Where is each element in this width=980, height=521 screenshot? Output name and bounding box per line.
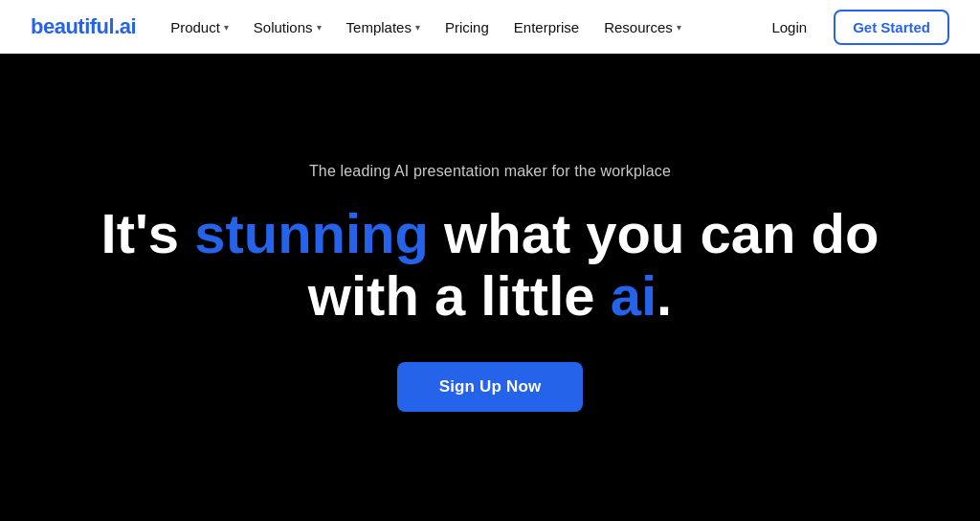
login-button[interactable]: Login — [760, 11, 818, 43]
nav-item-pricing[interactable]: Pricing — [434, 11, 501, 43]
logo[interactable]: beautiful.ai — [31, 14, 136, 39]
navbar: beautiful.ai Product ▾ Solutions ▾ Templ… — [0, 0, 980, 54]
chevron-down-icon: ▾ — [677, 22, 681, 33]
logo-accent: ai — [120, 14, 136, 38]
get-started-button[interactable]: Get Started — [834, 10, 949, 45]
nav-item-resources[interactable]: Resources ▾ — [592, 11, 693, 43]
hero-subtitle: The leading AI presentation maker for th… — [309, 163, 671, 180]
hero-headline: It's stunning what you can do with a lit… — [98, 203, 882, 328]
nav-items: Product ▾ Solutions ▾ Templates ▾ Pricin… — [159, 11, 756, 43]
hero-section: The leading AI presentation maker for th… — [0, 54, 980, 521]
nav-item-enterprise[interactable]: Enterprise — [502, 11, 590, 43]
headline-ai: ai — [611, 264, 657, 327]
headline-period: . — [657, 264, 672, 327]
chevron-down-icon: ▾ — [415, 22, 420, 33]
logo-main: beautiful. — [31, 14, 120, 38]
nav-item-product[interactable]: Product ▾ — [159, 11, 240, 43]
chevron-down-icon: ▾ — [317, 22, 322, 33]
chevron-down-icon: ▾ — [224, 22, 229, 33]
headline-stunning: stunning — [194, 202, 429, 264]
headline-part1: It's — [101, 202, 195, 264]
nav-right: Login Get Started — [760, 10, 949, 45]
nav-item-templates[interactable]: Templates ▾ — [335, 11, 432, 43]
nav-item-solutions[interactable]: Solutions ▾ — [242, 11, 333, 43]
signup-button[interactable]: Sign Up Now — [397, 362, 584, 412]
